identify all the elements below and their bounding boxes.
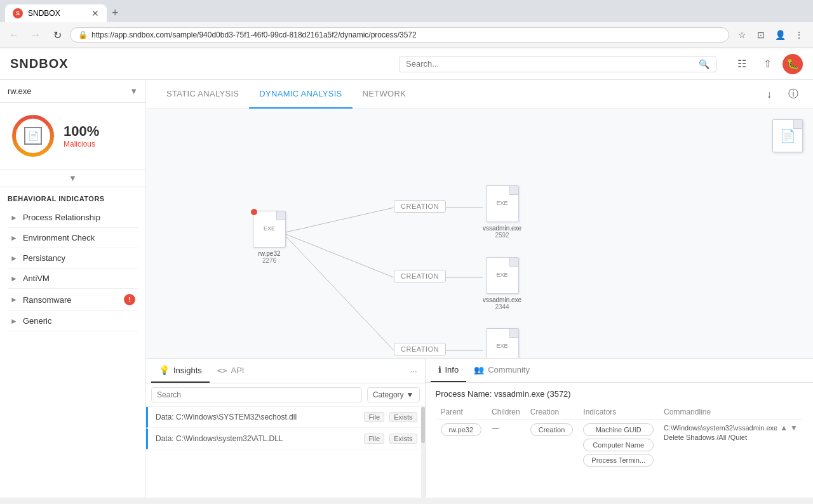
behavioral-label: Environment Check bbox=[23, 233, 135, 242]
search-input[interactable] bbox=[406, 59, 695, 69]
indicator-buttons: Machine GUID Computer Name Process Termi… bbox=[583, 423, 654, 467]
info-label: Info bbox=[445, 365, 459, 375]
file-type-label: EXE bbox=[497, 200, 508, 206]
tab-community[interactable]: 👥 Community bbox=[466, 359, 537, 382]
content-area: STATIC ANALYSIS DYNAMIC ANALYSIS NETWORK… bbox=[146, 80, 813, 498]
info-button[interactable]: ⓘ bbox=[784, 85, 803, 104]
behavioral-label: Persistancy bbox=[23, 253, 135, 263]
graph-area: 📄 bbox=[146, 109, 813, 358]
file-corner bbox=[276, 211, 285, 220]
score-percent: 100% bbox=[64, 123, 99, 140]
sidebar: rw.exe ▼ bbox=[0, 80, 146, 498]
cast-icon[interactable]: ⊡ bbox=[752, 26, 770, 44]
behavioral-item-persistancy[interactable]: ► Persistancy bbox=[8, 248, 138, 269]
chevron-right-icon: ► bbox=[10, 274, 18, 283]
scroll-down-icon[interactable]: ▼ bbox=[790, 423, 798, 432]
behavioral-item-process-relationship[interactable]: ► Process Relationship bbox=[8, 208, 138, 228]
behavioral-item-ransomware[interactable]: ► Ransomware ! bbox=[8, 289, 138, 311]
creation-badge-3: CREATION bbox=[394, 343, 446, 355]
bookmark-icon[interactable]: ☆ bbox=[733, 26, 751, 44]
new-tab-button[interactable]: + bbox=[107, 4, 124, 22]
browser-tab[interactable]: S SNDBOX ✕ bbox=[5, 4, 107, 22]
malicious-dot bbox=[251, 209, 257, 215]
tab-insights[interactable]: 💡 Insights bbox=[151, 359, 210, 383]
data-list: Data: C:\Windows\SYSTEM32\sechost.dll Fi… bbox=[146, 407, 425, 498]
file-type-label: EXE bbox=[497, 343, 508, 349]
download-button[interactable]: ↓ bbox=[760, 85, 779, 104]
node-vssadmin-2344[interactable]: EXE vssadmin.exe 2344 bbox=[483, 257, 521, 310]
tab-title: SNDBOX bbox=[28, 9, 60, 18]
reload-button[interactable]: ↻ bbox=[48, 26, 66, 44]
parent-pill[interactable]: rw.pe32 bbox=[441, 423, 482, 436]
behavioral-title: BEHAVIORAL INDICATORS bbox=[8, 195, 138, 202]
file-selector[interactable]: rw.exe ▼ bbox=[0, 80, 145, 103]
floating-file-button[interactable]: 📄 bbox=[772, 119, 803, 152]
commandline-scroll[interactable]: C:\Windows\system32\vssadmin.exe Delete … bbox=[664, 423, 777, 443]
process-graph-svg bbox=[146, 109, 813, 358]
list-item: Data: C:\Windows\SYSTEM32\sechost.dll Fi… bbox=[146, 407, 425, 428]
category-chevron-icon: ▼ bbox=[406, 390, 414, 399]
menu-icon[interactable]: ⋮ bbox=[790, 26, 808, 44]
list-item: Data: C:\Windows\system32\ATL.DLL File E… bbox=[146, 428, 425, 449]
node-rw-pe32[interactable]: EXE rw.pe32 2276 bbox=[253, 211, 286, 264]
behavioral-item-environment-check[interactable]: ► Environment Check bbox=[8, 228, 138, 248]
community-label: Community bbox=[488, 365, 530, 375]
indicator-process-termin[interactable]: Process Termin... bbox=[583, 454, 654, 467]
svg-line-2 bbox=[283, 208, 394, 233]
item-text: Data: C:\Windows\system32\ATL.DLL bbox=[156, 434, 359, 443]
search-bar[interactable]: 🔍 bbox=[399, 56, 716, 72]
children-cell: — bbox=[487, 420, 525, 471]
chevron-right-icon: ► bbox=[10, 234, 18, 242]
file-corner bbox=[509, 329, 518, 338]
scroll-up-icon[interactable]: ▲ bbox=[780, 423, 788, 432]
svg-line-4 bbox=[283, 233, 394, 350]
category-select[interactable]: Category ▼ bbox=[367, 387, 420, 402]
indicator-computer-name[interactable]: Computer Name bbox=[583, 439, 654, 451]
commandline-text: C:\Windows\system32\vssadmin.exe Delete … bbox=[664, 424, 777, 441]
item-tag-file: File bbox=[364, 434, 384, 444]
item-text: Data: C:\Windows\SYSTEM32\sechost.dll bbox=[156, 413, 359, 421]
address-bar[interactable]: 🔒 https://app.sndbox.com/sample/940d0bd3… bbox=[70, 27, 729, 43]
behavioral-section: BEHAVIORAL INDICATORS ► Process Relation… bbox=[0, 187, 145, 339]
process-name: Process Name: vssadmin.exe (3572) bbox=[436, 389, 803, 399]
upload-button[interactable]: ⇧ bbox=[757, 54, 777, 74]
node-vssadmin-3572[interactable]: EXE vssadmin.exe 3572 bbox=[483, 328, 521, 358]
insights-icon: 💡 bbox=[159, 365, 170, 375]
indicator-machine-guid[interactable]: Machine GUID bbox=[583, 423, 654, 436]
behavioral-item-generic[interactable]: ► Generic bbox=[8, 311, 138, 331]
file-name: rw.exe bbox=[8, 86, 126, 96]
tab-network[interactable]: NETWORK bbox=[353, 80, 417, 109]
table-row: rw.pe32 — Creation Machine GUID bbox=[436, 420, 803, 471]
file-type-label: EXE bbox=[264, 225, 275, 232]
more-options-button[interactable]: ··· bbox=[408, 364, 420, 378]
bottom-search-input[interactable] bbox=[151, 387, 362, 402]
collapse-button[interactable]: ▼ bbox=[0, 169, 145, 187]
col-indicators: Indicators bbox=[578, 405, 659, 420]
back-button[interactable]: ← bbox=[5, 26, 23, 44]
tab-static-analysis[interactable]: STATIC ANALYSIS bbox=[156, 80, 249, 109]
score-section: 📄 100% Malicious bbox=[0, 103, 145, 169]
col-commandline: Commandline bbox=[659, 405, 803, 420]
process-name-label: Process Name: bbox=[436, 389, 492, 399]
score-label: Malicious bbox=[64, 140, 99, 149]
tab-api[interactable]: <> API bbox=[210, 359, 252, 383]
file-node-pid: 2592 bbox=[495, 232, 509, 239]
tab-close-btn[interactable]: ✕ bbox=[91, 8, 99, 18]
app-logo: SNDBOX bbox=[10, 56, 69, 71]
node-vssadmin-2592[interactable]: EXE vssadmin.exe 2592 bbox=[483, 185, 521, 239]
profile-icon[interactable]: 👤 bbox=[771, 26, 789, 44]
behavioral-item-antivm[interactable]: ► AntiVM bbox=[8, 269, 138, 289]
score-circle: 📄 bbox=[10, 113, 56, 159]
tab-info[interactable]: ℹ Info bbox=[431, 359, 467, 382]
tab-dynamic-analysis[interactable]: DYNAMIC ANALYSIS bbox=[249, 80, 352, 109]
forward-button[interactable]: → bbox=[27, 26, 44, 44]
community-icon: 👥 bbox=[474, 365, 484, 375]
bug-button[interactable]: 🐛 bbox=[783, 54, 803, 74]
info-tabs: ℹ Info 👥 Community bbox=[426, 359, 814, 383]
app-header: SNDBOX 🔍 ☷ ⇧ 🐛 bbox=[0, 48, 813, 80]
file-node-pid: 2276 bbox=[262, 257, 276, 264]
creation-pill[interactable]: Creation bbox=[530, 423, 574, 436]
grid-view-button[interactable]: ☷ bbox=[732, 54, 752, 74]
file-node-name: vssadmin.exe bbox=[483, 225, 521, 232]
item-tag-exists: Exists bbox=[389, 412, 417, 422]
